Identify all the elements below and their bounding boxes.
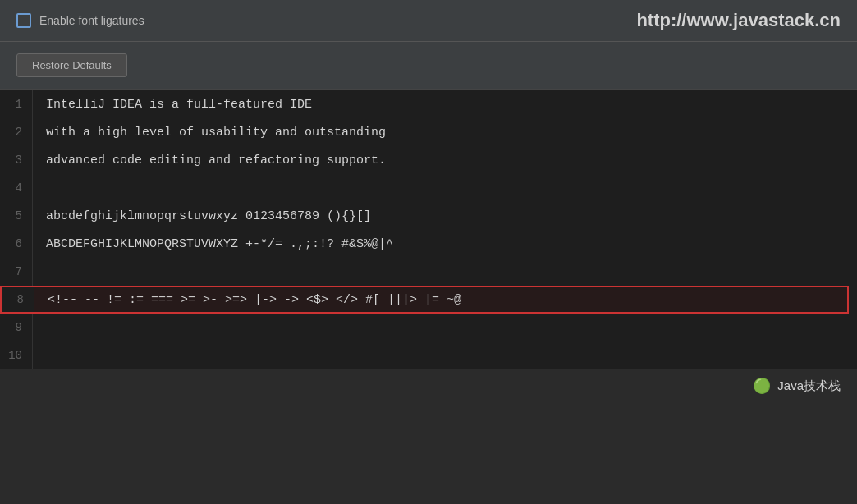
url-display: http://www.javastack.cn [636, 10, 841, 31]
code-line: 7 [0, 258, 857, 286]
wechat-icon: 🟢 [753, 377, 771, 395]
line-content [33, 341, 46, 369]
code-editor: 1IntelliJ IDEA is a full-featured IDE2wi… [0, 90, 857, 369]
code-line: 4 [0, 174, 857, 202]
line-number: 10 [0, 341, 33, 369]
code-line: 10 [0, 341, 857, 369]
restore-bar: Restore Defaults [0, 42, 857, 90]
line-content: with a high level of usability and outst… [33, 118, 386, 146]
code-line: 3advanced code editing and refactoring s… [0, 146, 857, 174]
line-number: 7 [0, 258, 33, 286]
line-number: 4 [0, 174, 33, 202]
bottom-bar: 🟢 Java技术栈 [0, 369, 857, 402]
line-number: 1 [0, 90, 33, 118]
line-number: 2 [0, 118, 33, 146]
line-content: abcdefghijklmnopqrstuvwxyz 0123456789 ()… [33, 202, 371, 230]
line-number: 3 [0, 146, 33, 174]
enable-ligatures-checkbox[interactable] [16, 13, 31, 28]
code-line-highlighted: 8<!-- -- != := === >= >- >=> |-> -> <$> … [0, 286, 849, 314]
line-content [33, 258, 46, 286]
checkbox-label: Enable font ligatures [39, 14, 144, 27]
bottom-label: Java技术栈 [777, 378, 841, 394]
checkbox-area: Enable font ligatures [16, 13, 144, 28]
restore-defaults-button[interactable]: Restore Defaults [16, 53, 127, 77]
code-line: 9 [0, 314, 857, 341]
line-number: 6 [0, 230, 33, 258]
line-number: 8 [2, 287, 34, 312]
line-number: 9 [0, 314, 33, 341]
line-content [33, 314, 46, 341]
line-content [33, 174, 46, 202]
code-line: 1IntelliJ IDEA is a full-featured IDE [0, 90, 857, 118]
line-content: ABCDEFGHIJKLMNOPQRSTUVWXYZ +-*/= .,;:!? … [33, 230, 393, 258]
code-line: 6ABCDEFGHIJKLMNOPQRSTUVWXYZ +-*/= .,;:!?… [0, 230, 857, 258]
top-bar: Enable font ligatures http://www.javasta… [0, 0, 857, 42]
line-content: IntelliJ IDEA is a full-featured IDE [33, 90, 312, 118]
code-line: 5abcdefghijklmnopqrstuvwxyz 0123456789 (… [0, 202, 857, 230]
line-content: <!-- -- != := === >= >- >=> |-> -> <$> <… [34, 287, 461, 312]
line-number: 5 [0, 202, 33, 230]
line-content: advanced code editing and refactoring su… [33, 146, 386, 174]
code-line: 2with a high level of usability and outs… [0, 118, 857, 146]
